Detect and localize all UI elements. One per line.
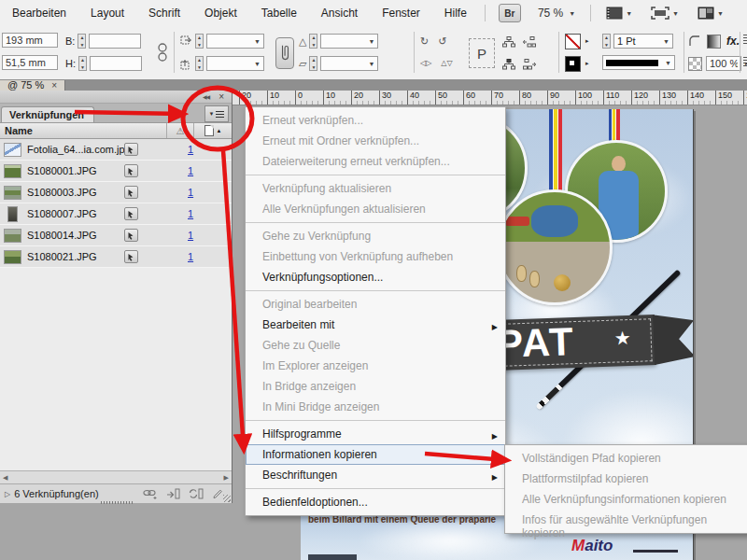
stroke-flyout-arrow[interactable]: ▸ <box>585 37 589 45</box>
stroke-weight-dropdown[interactable]: 1 Pt ▼ <box>613 34 673 49</box>
menu-item[interactable]: Gehe zu Quelle <box>246 335 505 356</box>
link-row[interactable]: Fotolia_64...ia.com.jpg 1 <box>0 139 232 161</box>
menu-item[interactable]: Verknüpfungsoptionen... <box>246 267 505 287</box>
close-panel-icon[interactable]: × <box>218 92 224 102</box>
menu-item[interactable]: Beschriftungen ▶ <box>246 465 505 485</box>
close-icon[interactable]: × <box>51 80 57 91</box>
select-next-icon[interactable] <box>523 59 536 70</box>
opacity-field[interactable] <box>706 56 741 71</box>
link-page-number[interactable]: 1 <box>188 230 193 241</box>
horizontal-scrollbar[interactable]: ◀ ▶ <box>0 470 232 483</box>
menu-item[interactable]: Informationen kopieren ▶ <box>246 444 505 465</box>
link-page-number[interactable]: 1 <box>188 165 193 176</box>
menubar-item[interactable]: Objekt <box>192 1 249 26</box>
height-stepper[interactable]: ▲▼ <box>78 56 87 71</box>
link-status-icon[interactable] <box>124 143 138 156</box>
submenu-item[interactable]: Vollständigen Pfad kopieren <box>505 448 747 469</box>
width-field[interactable] <box>89 34 141 49</box>
shear-dropdown[interactable]: ▼ <box>320 56 378 71</box>
menubar-item[interactable]: Tabelle <box>249 1 309 26</box>
menu-item[interactable]: Original bearbeiten <box>246 294 505 315</box>
scale-x-stepper[interactable]: ▲▼ <box>195 34 204 49</box>
rotate-cw-icon[interactable]: ↻ <box>420 34 429 49</box>
collapse-panel-icon[interactable]: ◀◀ <box>203 93 209 100</box>
submenu-item[interactable]: Alle Verknüpfungsinformationen kopieren <box>505 489 747 510</box>
reference-point-selector[interactable]: P <box>469 38 495 68</box>
flip-horizontal-icon[interactable]: ◁▷ <box>420 56 431 71</box>
warning-column-icon[interactable]: ⚠ <box>167 126 193 136</box>
height-field[interactable] <box>90 56 142 71</box>
link-page-number[interactable]: 1 <box>188 187 193 198</box>
link-page-number[interactable]: 1 <box>188 144 193 155</box>
stroke-weight-stepper[interactable]: ▲▼ <box>602 34 611 49</box>
width-stepper[interactable]: ▲▼ <box>78 34 86 49</box>
effects-button[interactable]: fx. <box>726 35 740 48</box>
panel-height-grip[interactable] <box>101 501 133 504</box>
menu-item[interactable]: Erneut mit Ordner verknüpfen... <box>246 131 505 151</box>
y-position-field[interactable] <box>2 55 58 70</box>
link-page-number[interactable]: 1 <box>188 251 193 262</box>
stroke-style-dropdown[interactable]: ▼ <box>602 55 675 70</box>
panel-flyout-menu-button[interactable]: ▼ <box>204 105 229 122</box>
scroll-right-arrow[interactable]: ▶ <box>224 474 229 482</box>
link-scale-button[interactable] <box>275 37 294 69</box>
menu-item[interactable]: Gehe zu Verknüpfung <box>246 226 505 246</box>
link-status-icon[interactable] <box>124 250 138 263</box>
menu-item[interactable]: In Mini Bridge anzeigen <box>246 397 505 417</box>
link-status-icon[interactable] <box>124 229 138 242</box>
menu-item[interactable]: Einbettung von Verknüpfung aufheben <box>246 246 505 267</box>
view-options-button[interactable]: ▼ <box>597 7 641 20</box>
screen-mode-button[interactable]: ▼ <box>641 7 688 20</box>
panel-resize-grip[interactable] <box>223 495 231 502</box>
menu-item[interactable]: Alle Verknüpfungen aktualisieren <box>246 199 505 219</box>
submenu-item[interactable]: Plattformstilpfad kopieren <box>505 469 747 489</box>
menubar-item[interactable]: Fenster <box>370 1 432 26</box>
name-column-header[interactable]: Name <box>0 125 166 136</box>
links-panel-tab[interactable]: Verknüpfungen <box>1 106 94 122</box>
menu-item[interactable]: Hilfsprogramme ▶ <box>246 424 505 444</box>
menubar-item[interactable]: Ansicht <box>309 1 370 26</box>
menu-item[interactable]: Verknüpfung aktualisieren <box>246 178 505 199</box>
scroll-left-arrow[interactable]: ◀ <box>3 474 7 482</box>
menu-item[interactable]: Im Explorer anzeigen <box>246 356 505 376</box>
x-position-field[interactable] <box>2 33 58 48</box>
text-wrap-off-icon[interactable] <box>743 35 747 45</box>
link-status-icon[interactable] <box>124 207 138 220</box>
select-container-icon[interactable] <box>502 36 515 48</box>
rotation-dropdown[interactable]: ▼ <box>320 34 378 49</box>
menu-item[interactable]: In Bridge anzeigen <box>246 376 505 397</box>
menu-item[interactable]: Erneut verknüpfen... <box>246 110 505 131</box>
menu-item[interactable]: Bedienfeldoptionen... <box>246 492 505 512</box>
zoom-level-dropdown[interactable]: 75 % ▼ <box>529 7 585 20</box>
fill-color-swatch[interactable] <box>565 56 581 72</box>
constrain-proportions-icon[interactable] <box>157 42 168 64</box>
link-status-icon[interactable] <box>124 186 138 199</box>
horizontal-ruler[interactable]: 2010010203040506070809010011012013014015… <box>232 91 747 105</box>
flip-vertical-icon[interactable]: △▽ <box>441 56 452 71</box>
text-wrap-on-icon[interactable] <box>743 57 747 67</box>
submenu-item[interactable]: Infos für ausgewählte Verknüpfungen kopi… <box>505 510 747 530</box>
scale-x-dropdown[interactable]: ▼ <box>206 34 264 49</box>
link-row[interactable]: S1080021.JPG 1 <box>0 246 232 268</box>
corner-options-icon[interactable] <box>688 35 701 48</box>
link-status-icon[interactable] <box>124 164 138 177</box>
scale-y-stepper[interactable]: ▲▼ <box>195 56 204 71</box>
update-link-icon[interactable] <box>189 488 204 499</box>
bridge-button[interactable]: Br <box>499 4 521 22</box>
menu-item[interactable]: Bearbeiten mit ▶ <box>246 315 505 335</box>
link-row[interactable]: S1080001.JPG 1 <box>0 161 232 182</box>
menubar-item[interactable]: Schrift <box>136 1 192 26</box>
menu-item[interactable]: Dateierweiterung erneut verknüpfen... <box>246 151 505 172</box>
fill-flyout-arrow[interactable]: ▸ <box>585 60 589 67</box>
link-row[interactable]: S1080007.JPG 1 <box>0 203 232 225</box>
menubar-item[interactable]: Bearbeiten <box>0 1 78 26</box>
rotate-ccw-icon[interactable]: ↺ <box>438 34 446 49</box>
link-row[interactable]: S1080003.JPG 1 <box>0 182 232 203</box>
disclosure-triangle-icon[interactable]: ▷ <box>5 490 10 498</box>
document-tab[interactable]: @ 75 % × <box>0 79 65 91</box>
select-previous-icon[interactable] <box>523 36 536 48</box>
shear-stepper[interactable]: ▲▼ <box>309 56 317 71</box>
rotation-stepper[interactable]: ▲▼ <box>309 34 317 49</box>
page-column-header[interactable]: ▲ <box>194 125 232 136</box>
link-row[interactable]: S1080014.JPG 1 <box>0 225 232 246</box>
